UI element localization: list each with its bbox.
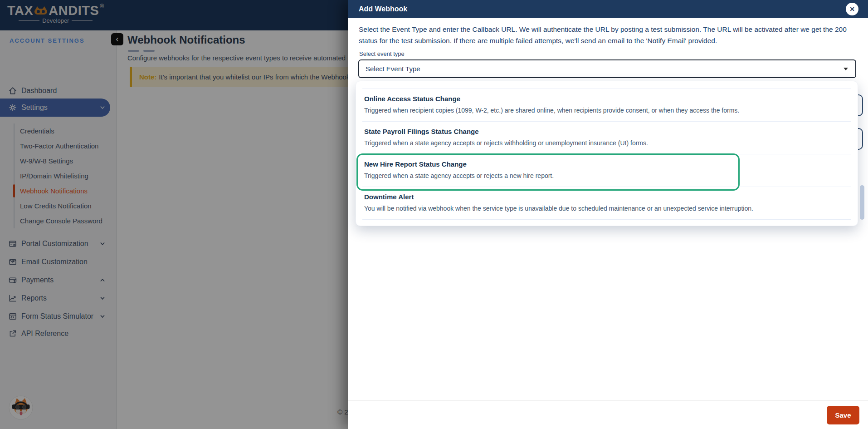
modal-description: Select the Event Type and enter the Call… [359, 24, 857, 46]
option-state-payroll-filings-status-change[interactable]: State Payroll Filings Status Change Trig… [362, 122, 851, 154]
option-description: You will be notified via webhook when th… [364, 205, 849, 212]
app-window: TAX ANDITS ® Developer ACCOUNT SETTINGS [0, 0, 868, 429]
modal-header: Add Webhook ✕ [348, 0, 868, 18]
option-new-hire-report-status-change[interactable]: New Hire Report Status Change Triggered … [362, 154, 851, 187]
event-type-dropdown-panel: Online Access Status Change Triggered wh… [356, 81, 858, 226]
select-value: Select Event Type [366, 60, 420, 77]
option-downtime-alert[interactable]: Downtime Alert You will be notified via … [362, 187, 851, 220]
option-description: Triggered when a state agency accepts or… [364, 139, 849, 147]
scrollbar-thumb[interactable] [860, 185, 864, 220]
option-title: State Payroll Filings Status Change [364, 128, 849, 136]
option-description: Triggered when recipient copies (1099, W… [364, 107, 849, 114]
option-description: Triggered when a state agency accepts or… [364, 172, 849, 179]
modal-backdrop [0, 0, 348, 429]
option-online-access-status-change[interactable]: Online Access Status Change Triggered wh… [362, 89, 851, 122]
option-title: New Hire Report Status Change [364, 160, 849, 168]
dropdown-caret-icon [844, 68, 848, 70]
modal-footer: Save [348, 400, 868, 429]
save-button[interactable]: Save [827, 406, 859, 424]
modal-title: Add Webhook [359, 0, 407, 18]
select-event-type-label: Select event type [359, 50, 405, 57]
add-webhook-modal: Add Webhook ✕ Select the Event Type and … [348, 0, 868, 429]
option-title: Online Access Status Change [364, 95, 849, 103]
close-icon[interactable]: ✕ [846, 3, 858, 15]
option-title: Downtime Alert [364, 193, 849, 201]
event-type-select[interactable]: Select Event Type [358, 59, 856, 78]
